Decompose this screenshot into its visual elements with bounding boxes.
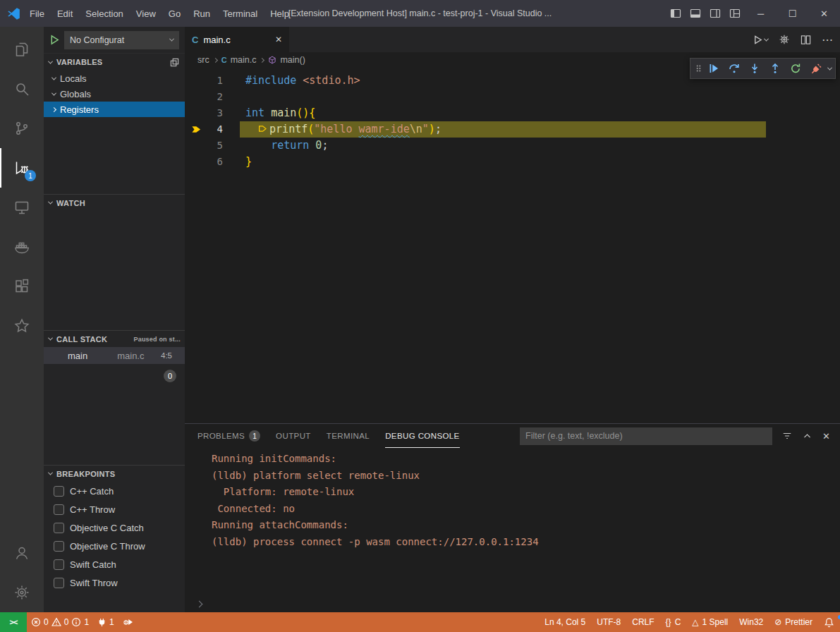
more-actions-icon[interactable]: ⋯ <box>822 33 833 47</box>
checkbox-unchecked[interactable] <box>54 486 64 497</box>
notifications-bell[interactable] <box>818 612 840 632</box>
panel-tab-debug-console[interactable]: DEBUG CONSOLE <box>385 424 460 448</box>
checkbox-unchecked[interactable] <box>54 559 64 570</box>
sidebar-item-search[interactable] <box>0 69 44 109</box>
status-item-crlf[interactable]: CRLF <box>626 612 659 632</box>
checkbox-unchecked[interactable] <box>54 523 64 533</box>
sidebar-item-explorer[interactable] <box>0 30 44 69</box>
problems-status[interactable]: 0 0 1 <box>27 612 93 632</box>
minimize-button[interactable]: ─ <box>745 0 777 27</box>
checkbox-unchecked[interactable] <box>54 504 64 515</box>
filter-input[interactable] <box>520 427 772 445</box>
variables-item-locals[interactable]: Locals <box>44 71 185 86</box>
checkbox-unchecked[interactable] <box>54 578 64 588</box>
chevron-down-icon[interactable] <box>827 65 832 70</box>
breakpoint-item[interactable]: Swift Catch <box>44 555 185 573</box>
code-line[interactable]: 6} <box>185 154 840 170</box>
line-number: 4 <box>212 121 223 138</box>
debug-console-input[interactable] <box>185 595 840 612</box>
debug-status-icon[interactable] <box>118 612 137 632</box>
breadcrumb-file[interactable]: main.c <box>231 55 257 65</box>
breakpoints-section-header[interactable]: BREAKPOINTS <box>44 465 185 482</box>
menu-run[interactable]: Run <box>187 0 217 27</box>
panel-tab-problems[interactable]: PROBLEMS1 <box>197 424 260 448</box>
checkbox-unchecked[interactable] <box>54 541 64 552</box>
customize-layout-icon[interactable] <box>725 0 745 27</box>
variables-section-header[interactable]: VARIABLES <box>44 54 185 71</box>
split-editor-icon[interactable] <box>801 35 811 45</box>
sidebar-item-favorites[interactable] <box>0 306 44 346</box>
copy-value-icon[interactable] <box>170 58 179 67</box>
variables-item-registers[interactable]: Registers <box>44 102 185 117</box>
watch-section-header[interactable]: WATCH <box>44 194 185 211</box>
settings-gear-icon[interactable] <box>779 34 790 45</box>
breadcrumb-symbol[interactable]: main() <box>280 55 305 65</box>
status-item-1-spell[interactable]: △1 Spell <box>686 612 734 632</box>
sidebar-item-remote-explorer[interactable] <box>0 188 44 227</box>
accounts-button[interactable] <box>0 533 44 573</box>
maximize-button[interactable]: ☐ <box>777 0 808 27</box>
status-item-utf-8[interactable]: UTF-8 <box>591 612 626 632</box>
status-item-ln-4-col-5[interactable]: Ln 4, Col 5 <box>539 612 591 632</box>
breakpoint-item[interactable]: Objective C Catch <box>44 518 185 537</box>
step-over-button[interactable] <box>725 59 743 78</box>
step-out-button[interactable] <box>766 59 784 78</box>
menu-file[interactable]: File <box>23 0 51 27</box>
sidebar-item-extensions[interactable] <box>0 267 44 306</box>
ports-status[interactable]: 1 <box>93 612 118 632</box>
status-item-prettier[interactable]: ⊘Prettier <box>769 612 818 632</box>
sidebar-item-source-control[interactable] <box>0 109 44 148</box>
close-panel-icon[interactable]: ✕ <box>822 431 830 442</box>
glyph-margin[interactable] <box>185 89 212 105</box>
disconnect-button[interactable] <box>807 59 825 78</box>
glyph-margin[interactable] <box>185 138 212 154</box>
debug-stackframe-icon[interactable] <box>185 121 212 138</box>
restart-button[interactable] <box>786 59 805 78</box>
breadcrumb-folder[interactable]: src <box>197 55 209 65</box>
toggle-sidebar-icon[interactable] <box>666 0 686 27</box>
panel-tab-terminal[interactable]: TERMINAL <box>327 424 370 448</box>
close-button[interactable]: ✕ <box>808 0 840 27</box>
menu-help[interactable]: Help <box>264 0 296 27</box>
run-or-debug-button[interactable] <box>753 35 768 45</box>
menu-edit[interactable]: Edit <box>51 0 79 27</box>
toggle-panel-icon[interactable] <box>686 0 705 27</box>
chevron-up-icon[interactable] <box>803 432 812 441</box>
toggle-secondary-sidebar-icon[interactable] <box>705 0 725 27</box>
start-debugging-icon[interactable] <box>49 35 60 45</box>
panel-tab-output[interactable]: OUTPUT <box>276 424 311 448</box>
step-into-button[interactable] <box>745 59 764 78</box>
code-line[interactable]: 3int main(){ <box>185 105 840 121</box>
drag-handle-icon[interactable] <box>694 59 702 78</box>
code-token: \n <box>410 123 422 135</box>
tab-main-c[interactable]: C main.c ✕ <box>185 27 289 52</box>
breakpoint-item[interactable]: Swift Throw <box>44 573 185 592</box>
glyph-margin[interactable] <box>185 73 212 89</box>
menu-go[interactable]: Go <box>162 0 187 27</box>
close-tab-icon[interactable]: ✕ <box>275 35 282 44</box>
sidebar-item-run-and-debug[interactable]: 1 <box>0 148 44 188</box>
filter-icon[interactable] <box>782 431 792 441</box>
code-line[interactable]: 4 printf("hello wamr-ide\n"); <box>185 121 840 138</box>
continue-button[interactable] <box>705 59 723 78</box>
remote-indicator[interactable]: >< <box>0 612 27 632</box>
menu-selection[interactable]: Selection <box>79 0 129 27</box>
settings-button[interactable] <box>0 573 44 612</box>
status-item-c[interactable]: {}C <box>660 612 687 632</box>
code-editor[interactable]: 1#include <stdio.h>23int main(){4 printf… <box>185 68 840 423</box>
code-line[interactable]: 2 <box>185 89 840 105</box>
menu-terminal[interactable]: Terminal <box>217 0 264 27</box>
sidebar-item-docker[interactable] <box>0 227 44 267</box>
variables-item-globals[interactable]: Globals <box>44 86 185 102</box>
breakpoint-item[interactable]: Objective C Throw <box>44 537 185 555</box>
breakpoint-item[interactable]: C++ Catch <box>44 482 185 500</box>
call-stack-section-header[interactable]: CALL STACK Paused on st... <box>44 330 185 347</box>
debug-config-dropdown[interactable]: No Configurat <box>64 31 179 49</box>
status-item-win32[interactable]: Win32 <box>734 612 769 632</box>
glyph-margin[interactable] <box>185 154 212 170</box>
code-line[interactable]: 5 return 0; <box>185 138 840 154</box>
menu-view[interactable]: View <box>130 0 162 27</box>
call-stack-frame[interactable]: main main.c 4:5 <box>44 347 185 364</box>
breakpoint-item[interactable]: C++ Throw <box>44 500 185 518</box>
glyph-margin[interactable] <box>185 105 212 121</box>
